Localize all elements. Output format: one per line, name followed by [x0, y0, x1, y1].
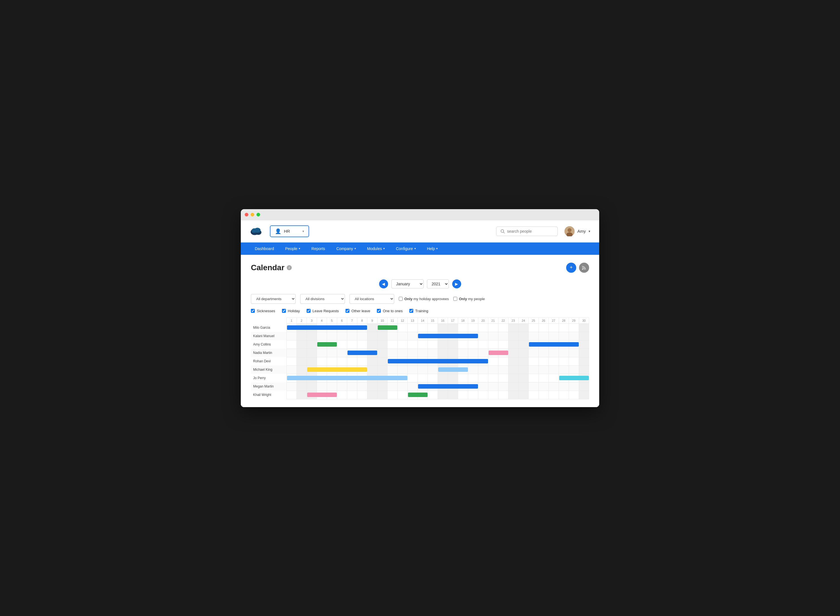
feed-button[interactable]: [579, 263, 589, 273]
table-row: Jo Perry: [251, 374, 589, 382]
day-cell-0-28: [559, 323, 569, 332]
day-cell-0-21: [488, 323, 498, 332]
other-leave-checkbox[interactable]: [346, 309, 349, 313]
day-cell-4-30: [579, 357, 589, 365]
month-selector[interactable]: JanuaryFebruaryMarch AprilMayJune JulyAu…: [391, 279, 424, 288]
nav-item-company[interactable]: Company ▾: [331, 242, 361, 255]
only-my-people-checkbox[interactable]: [453, 297, 457, 301]
day-cell-8-17: [448, 391, 458, 399]
only-holiday-approvees-filter[interactable]: Only my holiday approvees: [399, 297, 449, 301]
day-cell-8-26: [538, 391, 548, 399]
day-cell-3-11: [387, 349, 397, 357]
maximize-button[interactable]: [257, 213, 260, 216]
locations-filter[interactable]: All locations London New York Sydney: [349, 294, 394, 304]
search-input[interactable]: [507, 229, 552, 233]
search-box[interactable]: [496, 226, 558, 236]
day-header-12: 12: [397, 318, 408, 323]
day-cell-4-11: [387, 357, 397, 365]
day-cell-1-28: [559, 332, 569, 340]
add-button[interactable]: +: [566, 263, 576, 273]
training-checkbox[interactable]: [409, 309, 413, 313]
day-cell-2-2: [296, 340, 306, 349]
day-cell-3-13: [408, 349, 418, 357]
day-cell-4-28: [559, 357, 569, 365]
day-cell-6-26: [538, 374, 548, 382]
day-cell-8-15: [428, 391, 438, 399]
nav-item-dashboard[interactable]: Dashboard: [250, 242, 279, 255]
nav-item-modules[interactable]: Modules ▾: [362, 242, 390, 255]
nav-item-help[interactable]: Help ▾: [422, 242, 443, 255]
day-cell-6-28: [559, 374, 569, 382]
app-window: 👤 HR ▾ Am: [241, 209, 599, 407]
day-header-6: 6: [337, 318, 347, 323]
day-cell-2-30: [579, 340, 589, 349]
day-cell-3-23: [508, 349, 518, 357]
day-cell-3-18: [458, 349, 468, 357]
day-cell-6-23: [508, 374, 518, 382]
day-cell-6-15: [428, 374, 438, 382]
day-cell-8-16: [438, 391, 448, 399]
day-cell-8-8: [357, 391, 367, 399]
year-selector[interactable]: 201920202021 20222023: [427, 279, 449, 288]
nav-bar: Dashboard People ▾ Reports Company ▾ Mod…: [241, 242, 599, 255]
legend-training[interactable]: Training: [409, 309, 428, 313]
day-cell-2-14: [418, 340, 428, 349]
info-icon[interactable]: i: [287, 265, 292, 270]
day-cell-1-5: [327, 332, 337, 340]
day-cell-7-11: [387, 382, 397, 391]
day-cell-1-1: [286, 332, 296, 340]
user-menu[interactable]: Amy ▾: [564, 226, 590, 236]
day-cell-8-28: [559, 391, 569, 399]
event-bar: [287, 376, 408, 380]
training-label: Training: [415, 309, 428, 313]
day-header-28: 28: [559, 318, 569, 323]
holiday-checkbox[interactable]: [282, 309, 286, 313]
day-header-9: 9: [367, 318, 377, 323]
day-cell-3-5: [327, 349, 337, 357]
legend-leave-requests[interactable]: Leave Requests: [306, 309, 339, 313]
day-cell-6-22: [498, 374, 508, 382]
nav-item-people[interactable]: People ▾: [280, 242, 305, 255]
legend-sicknesses[interactable]: Sicknesses: [251, 309, 275, 313]
module-selector[interactable]: 👤 HR ▾: [270, 225, 309, 237]
day-cell-6-20: [478, 374, 488, 382]
nav-item-configure[interactable]: Configure ▾: [391, 242, 421, 255]
table-row: Milo Garcia: [251, 323, 589, 332]
close-button[interactable]: [245, 213, 248, 216]
only-holiday-approvees-checkbox[interactable]: [399, 297, 403, 301]
day-cell-7-2: [296, 382, 306, 391]
day-header-23: 23: [508, 318, 518, 323]
legend-one-to-ones[interactable]: One to ones: [377, 309, 403, 313]
one-to-ones-checkbox[interactable]: [377, 309, 381, 313]
filters-bar: All departments Engineering Sales Market…: [251, 294, 589, 304]
minimize-button[interactable]: [251, 213, 254, 216]
legend-other-leave[interactable]: Other leave: [346, 309, 370, 313]
feed-icon: [582, 265, 586, 270]
day-cell-1-12: [397, 332, 408, 340]
person-name-3: Nadia Martin: [251, 349, 286, 357]
module-selector-chevron: ▾: [302, 229, 304, 233]
prev-month-button[interactable]: ◀: [379, 279, 388, 288]
departments-filter[interactable]: All departments Engineering Sales Market…: [251, 294, 296, 304]
next-month-button[interactable]: ▶: [452, 279, 461, 288]
leave-requests-checkbox[interactable]: [306, 309, 311, 313]
day-cell-1-23: [508, 332, 518, 340]
day-cell-4-29: [569, 357, 579, 365]
day-header-26: 26: [538, 318, 548, 323]
event-bar: [438, 367, 468, 372]
svg-point-3: [254, 227, 260, 233]
day-cell-7-5: [327, 382, 337, 391]
event-bar: [408, 393, 428, 397]
sicknesses-checkbox[interactable]: [251, 309, 255, 313]
day-cell-1-7: [347, 332, 357, 340]
day-cell-8-3: [306, 391, 317, 399]
divisions-filter[interactable]: All divisions Division A Division B: [300, 294, 345, 304]
svg-point-4: [501, 230, 504, 232]
only-my-people-filter[interactable]: Only my people: [453, 297, 485, 301]
day-cell-1-13: [408, 332, 418, 340]
day-header-25: 25: [528, 318, 538, 323]
legend-holiday[interactable]: Holiday: [282, 309, 300, 313]
nav-item-reports[interactable]: Reports: [306, 242, 330, 255]
day-header-24: 24: [518, 318, 528, 323]
day-cell-1-22: [498, 332, 508, 340]
